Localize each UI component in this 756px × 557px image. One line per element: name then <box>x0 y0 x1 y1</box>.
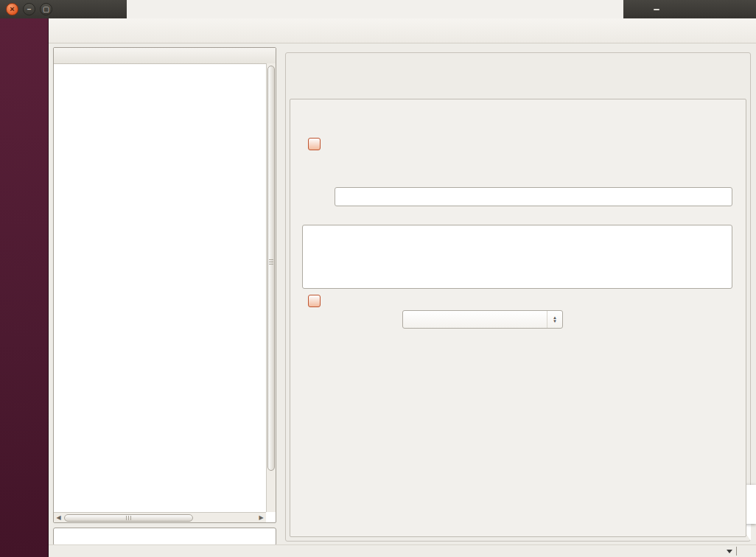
name-input[interactable] <box>335 187 732 206</box>
horizontal-scroll-thumb[interactable] <box>64 514 193 522</box>
vertical-scroll-thumb[interactable] <box>267 66 275 471</box>
session-gear-icon[interactable] <box>697 3 710 16</box>
config-group: ▲▼ <box>285 52 751 542</box>
window-close-button[interactable]: × <box>6 3 18 15</box>
app-menubar <box>127 0 623 18</box>
tree-rows <box>54 63 266 512</box>
template-combobox[interactable]: ▲▼ <box>402 310 563 329</box>
tree-panel: ◀ ▶ <box>53 47 276 523</box>
keyboard-layout-indicator[interactable] <box>654 9 659 10</box>
tab-pane: ▲▼ <box>290 99 746 537</box>
include-checkbox[interactable] <box>308 295 321 307</box>
status-separator <box>736 547 737 556</box>
status-user-area <box>727 547 744 556</box>
top-panel: × – ▢ <box>0 0 756 18</box>
window-maximize-button[interactable]: ▢ <box>40 3 52 15</box>
tree-search-input[interactable] <box>53 528 276 546</box>
include-row <box>304 295 321 307</box>
status-dropdown-arrow-icon[interactable] <box>727 550 732 553</box>
status-bar <box>49 544 756 557</box>
window-controls: × – ▢ <box>6 3 52 15</box>
combobox-spinner-icon[interactable]: ▲▼ <box>547 311 562 328</box>
toolbar <box>49 18 756 43</box>
scroll-right-arrow-icon[interactable]: ▶ <box>256 514 266 521</box>
unity-launcher <box>0 18 49 557</box>
enabled-row <box>304 138 321 150</box>
volume-icon[interactable] <box>668 3 681 16</box>
description-textarea[interactable] <box>302 225 732 289</box>
scroll-left-arrow-icon[interactable]: ◀ <box>54 514 63 521</box>
tree-vertical-scrollbar[interactable] <box>266 63 276 512</box>
screen: × – ▢ ◀ ▶ <box>0 0 756 557</box>
network-updown-icon[interactable] <box>632 3 645 16</box>
system-tray <box>623 0 756 18</box>
tree-horizontal-scrollbar[interactable]: ◀ ▶ <box>54 512 266 522</box>
enabled-checkbox[interactable] <box>308 138 321 150</box>
window-minimize-button[interactable]: – <box>23 3 35 15</box>
tree-column-header[interactable] <box>54 48 276 64</box>
